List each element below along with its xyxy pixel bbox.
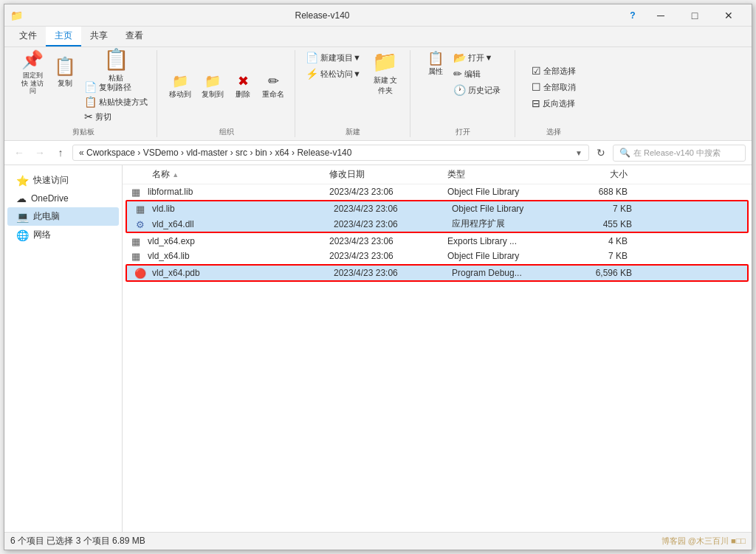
tab-home[interactable]: 主页 — [46, 27, 81, 46]
props-button[interactable]: 📋 属性 — [422, 50, 449, 78]
sidebar-item-onedrive-label: OneDrive — [31, 193, 69, 204]
new-folder-button[interactable]: 📁 新建 文件夹 — [367, 50, 404, 94]
copy-button[interactable]: 📋 复制 — [52, 50, 78, 94]
clipboard-group: 📌 固定到快 速访问 📋 复制 📋 粘贴 — [10, 50, 157, 137]
small-clipboard-btns: 📄 复制路径 📋 粘贴快捷方式 ✂ 剪切 — [81, 80, 151, 124]
sidebar-item-network[interactable]: 🌐 网络 — [7, 226, 119, 244]
window-title: Release-v140 — [23, 10, 622, 21]
move-button[interactable]: 📁 移动到 — [165, 73, 196, 101]
tab-share[interactable]: 共享 — [81, 27, 117, 46]
file-cell-type: Exports Library ... — [447, 236, 566, 246]
table-row[interactable]: 🔴 vld_x64.pdb 2023/4/23 23:06 Program De… — [127, 266, 747, 280]
invert-select-button[interactable]: ⊟ 反向选择 — [529, 96, 579, 111]
paste-shortcut-button[interactable]: 📋 粘贴快捷方式 — [81, 94, 151, 109]
ribbon-content: 📌 固定到快 速访问 📋 复制 📋 粘贴 — [4, 47, 752, 140]
rename-button[interactable]: ✏ 重命名 — [258, 73, 289, 101]
file-cell-size: 7 KB — [570, 204, 644, 214]
column-size[interactable]: 大小 — [566, 168, 639, 181]
back-button[interactable]: ← — [10, 144, 28, 162]
refresh-button[interactable]: ↻ — [592, 144, 610, 162]
file-cell-name: ⚙ vld_x64.dll — [127, 218, 334, 230]
search-placeholder: 在 Release-v140 中搜索 — [633, 148, 721, 159]
delete-button[interactable]: ✖ 删除 — [230, 73, 256, 101]
minimize-button[interactable]: ─ — [644, 4, 678, 27]
pin-icon: 📌 — [21, 49, 44, 70]
table-row[interactable]: ▦ vld.lib 2023/4/23 23:06 Object File Li… — [127, 201, 747, 216]
rename-icon: ✏ — [268, 75, 279, 88]
thispc-icon: 💻 — [16, 211, 29, 223]
copy-path-button[interactable]: 📄 复制路径 — [81, 80, 151, 94]
file-cell-date: 2023/4/23 23:06 — [334, 204, 452, 214]
main-area: ⭐ 快速访问 ☁ OneDrive 💻 此电脑 🌐 网络 名称 ▲ — [4, 165, 752, 532]
ribbon: 文件 主页 共享 查看 📌 固定到快 速访问 📋 复制 — [4, 27, 752, 141]
sidebar-item-thispc-label: 此电脑 — [33, 210, 60, 223]
copy-to-button[interactable]: 📁 复制到 — [197, 73, 228, 101]
address-path[interactable]: « Cworkspace › VSDemo › vld-master › src… — [72, 145, 589, 161]
cut-button[interactable]: ✂ 剪切 — [81, 109, 151, 124]
table-row[interactable]: ⚙ vld_x64.dll 2023/4/23 23:06 应用程序扩展 455… — [127, 216, 747, 232]
delete-icon: ✖ — [238, 75, 249, 88]
pin-button[interactable]: 📌 固定到快 速访问 — [16, 50, 49, 94]
file-cell-date: 2023/4/23 23:06 — [329, 236, 447, 246]
file-cell-size: 688 KB — [566, 187, 639, 197]
easy-access-button[interactable]: ⚡ 轻松访问▼ — [303, 66, 364, 81]
organize-group: 📁 移动到 📁 复制到 ✖ 删除 ✏ 重命名 — [159, 50, 295, 137]
column-date[interactable]: 修改日期 — [329, 168, 447, 181]
close-button[interactable]: ✕ — [712, 4, 746, 27]
new-folder-icon: 📁 — [372, 49, 398, 74]
column-name[interactable]: 名称 ▲ — [123, 168, 329, 181]
copy-path-icon: 📄 — [84, 81, 97, 93]
select-group-label: 选择 — [546, 124, 561, 137]
sidebar-item-quickaccess[interactable]: ⭐ 快速访问 — [7, 171, 119, 190]
new-item-button[interactable]: 📄 新建项目▼ — [303, 50, 364, 65]
sidebar-item-thispc[interactable]: 💻 此电脑 — [7, 207, 119, 226]
up-button[interactable]: ↑ — [52, 144, 69, 162]
file-cell-name: ▦ vld_x64.lib — [123, 250, 329, 262]
table-row[interactable]: ▦ vld_x64.lib 2023/4/23 23:06 Object Fil… — [123, 249, 752, 263]
new-group: 📄 新建项目▼ ⚡ 轻松访问▼ 📁 新建 文件夹 新建 — [297, 50, 410, 137]
file-name: vld_x64.dll — [152, 219, 194, 229]
open-group-label: 打开 — [456, 124, 470, 137]
sidebar-item-quickaccess-label: 快速访问 — [33, 174, 69, 187]
tab-file[interactable]: 文件 — [10, 27, 46, 46]
table-row[interactable]: ▦ libformat.lib 2023/4/23 23:06 Object F… — [123, 184, 752, 199]
open-icon: 📂 — [453, 52, 466, 63]
invert-select-icon: ⊟ — [532, 97, 540, 109]
file-icon: ▦ — [128, 235, 143, 247]
ribbon-tabs: 文件 主页 共享 查看 — [4, 27, 752, 47]
file-cell-name: ▦ vld.lib — [127, 203, 334, 215]
file-cell-size: 7 KB — [566, 251, 639, 261]
file-cell-name: 🔴 vld_x64.pdb — [127, 267, 334, 279]
column-type[interactable]: 类型 — [447, 168, 566, 181]
clipboard-group-label: 剪贴板 — [72, 124, 94, 137]
search-box[interactable]: 🔍 在 Release-v140 中搜索 — [613, 145, 746, 162]
select-none-button[interactable]: ☐ 全部取消 — [529, 80, 579, 94]
file-cell-date: 2023/4/23 23:06 — [329, 187, 447, 197]
status-right: 博客园 @木三百川 ■□□ — [662, 536, 746, 547]
help-button[interactable]: ? — [622, 4, 644, 27]
select-all-button[interactable]: ☑ 全部选择 — [529, 63, 579, 78]
paste-icon: 📋 — [103, 47, 129, 72]
history-button[interactable]: 🕐 历史记录 — [450, 83, 504, 97]
file-list-header: 名称 ▲ 修改日期 类型 大小 — [123, 165, 752, 184]
restore-button[interactable]: □ — [678, 4, 712, 27]
forward-button[interactable]: → — [31, 144, 49, 162]
easy-access-icon: ⚡ — [306, 68, 318, 80]
organize-group-label: 组织 — [219, 124, 234, 137]
address-bar: ← → ↑ « Cworkspace › VSDemo › vld-master… — [4, 141, 752, 165]
edit-button[interactable]: ✏ 编辑 — [450, 66, 504, 81]
file-name: vld_x64.pdb — [152, 268, 200, 278]
sidebar-item-onedrive[interactable]: ☁ OneDrive — [7, 190, 119, 207]
file-cell-date: 2023/4/23 23:06 — [329, 251, 447, 261]
tab-view[interactable]: 查看 — [117, 27, 152, 46]
select-group: ☑ 全部选择 ☐ 全部取消 ⊟ 反向选择 选择 — [517, 50, 591, 137]
network-icon: 🌐 — [16, 229, 29, 241]
onedrive-icon: ☁ — [16, 193, 27, 204]
paste-button[interactable]: 📋 粘贴 — [81, 50, 151, 80]
open-button[interactable]: 📂 打开▼ — [450, 50, 504, 65]
status-bar: 6 个项目 已选择 3 个项目 6.89 MB 博客园 @木三百川 ■□□ — [4, 532, 752, 550]
sort-icon-name: ▲ — [172, 171, 179, 179]
table-row[interactable]: ▦ vld_x64.exp 2023/4/23 23:06 Exports Li… — [123, 234, 752, 249]
file-rows-container: ▦ libformat.lib 2023/4/23 23:06 Object F… — [123, 184, 752, 282]
file-cell-name: ▦ libformat.lib — [123, 186, 329, 198]
